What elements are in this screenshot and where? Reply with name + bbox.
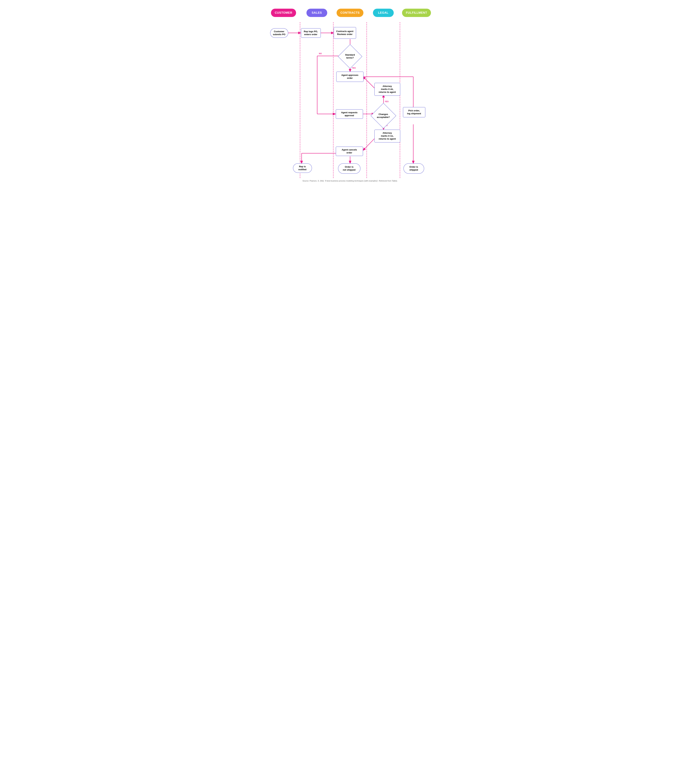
- badge-sales: SALES: [306, 9, 327, 17]
- node-order-shipped: Order is shipped: [403, 163, 424, 174]
- svg-text:NO: NO: [319, 52, 322, 55]
- lane-header-customer: CUSTOMER: [267, 9, 300, 17]
- node-standard-terms: Standard terms?: [341, 48, 359, 65]
- node-rep-logs-po: Rep logs PO, enters order: [301, 28, 321, 38]
- badge-fulfillment: FULFILLMENT: [402, 9, 431, 17]
- svg-text:YES: YES: [385, 100, 388, 102]
- lane-col-fulfillment: [400, 22, 433, 178]
- svg-text:YES: YES: [352, 67, 356, 69]
- node-changes-acceptable: Changes acceptable?: [374, 107, 393, 125]
- node-agent-requests-approval: Agent requests approval: [336, 109, 363, 119]
- lane-col-customer: [267, 22, 300, 178]
- node-pick-order: Pick order, log shipment: [403, 107, 425, 117]
- node-contracts-agent-reviews: Contracts agent Reviews order: [334, 27, 356, 39]
- flow-area: YES NO YES NO: [267, 22, 433, 178]
- node-agent-cancels-order: Agent cancels order: [336, 147, 363, 156]
- node-order-not-shipped: Order is not shipped: [338, 163, 361, 174]
- node-attorney-marks-ok: Attorney marks it ok, returns to agent: [374, 83, 400, 96]
- lane-header-contracts: CONTRACTS: [333, 9, 367, 17]
- svg-line-14: [363, 77, 376, 89]
- badge-contracts: CONTRACTS: [336, 9, 364, 17]
- node-rep-notified: Rep is notified: [293, 163, 312, 173]
- lane-col-legal: [367, 22, 400, 178]
- source-caption: Source: Pearson, S. (Nd). '9 best busine…: [267, 180, 433, 185]
- node-agent-approves-order: Agent approves order: [336, 71, 364, 82]
- lane-header-sales: SALES: [300, 9, 333, 17]
- lane-header-legal: LEGAL: [367, 9, 400, 17]
- lane-header-fulfillment: FULFILLMENT: [400, 9, 433, 17]
- diagram-container: CUSTOMER SALES CONTRACTS LEGAL FULFILLME…: [267, 3, 433, 189]
- lanes-header: CUSTOMER SALES CONTRACTS LEGAL FULFILLME…: [267, 3, 433, 19]
- svg-line-17: [363, 138, 376, 150]
- lane-col-sales: [300, 22, 333, 178]
- node-customer-submits-po: Customer submits PO: [270, 28, 288, 38]
- badge-legal: LEGAL: [373, 9, 394, 17]
- badge-customer: CUSTOMER: [271, 9, 296, 17]
- node-attorney-marks-no: Attorney marks it no, returns to agent: [374, 129, 400, 142]
